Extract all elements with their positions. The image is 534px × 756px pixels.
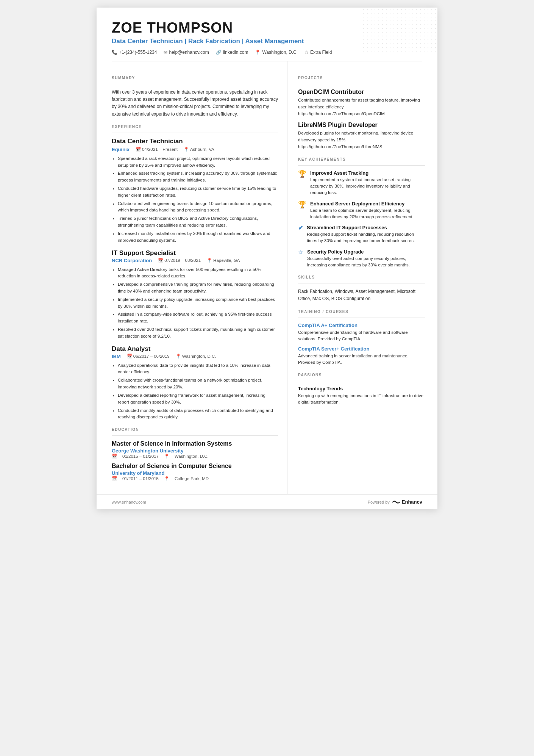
trophy-icon-2: 🏆 — [298, 201, 306, 208]
edu-2-date: 01/2011 – 01/2015 — [122, 476, 159, 481]
location-icon-edu1: 📍 — [164, 454, 169, 459]
passion-1-title: Technology Trends — [298, 386, 425, 391]
project-1-title: OpenDCIM Contributor — [298, 89, 425, 95]
project-1-desc: Contributed enhancements for asset taggi… — [298, 97, 425, 117]
trophy-icon-1: 🏆 — [298, 171, 306, 177]
star-icon: ☆ — [298, 249, 303, 255]
calendar-icon-3: 📅 — [127, 354, 132, 359]
education-divider — [112, 435, 278, 436]
edu-1-location: Washington, D.C. — [175, 454, 209, 459]
summary-text: With over 3 years of experience in data … — [112, 89, 278, 118]
location-icon-3: 📍 — [176, 354, 181, 359]
job-3-title: Data Analyst — [112, 345, 278, 353]
job-3-location: 📍 Washington, D.C. — [176, 354, 216, 359]
training-1-desc: Comprehensive understanding of hardware … — [298, 329, 425, 343]
achievement-2: 🏆 Enhanced Server Deployment Efficiency … — [298, 201, 425, 221]
passions-section-title: PASSIONS — [298, 373, 425, 377]
job-1-title: Data Center Technician — [112, 138, 183, 145]
projects-section-title: PROJECTS — [298, 76, 425, 80]
projects-divider — [298, 84, 425, 84]
achievement-2-content: Enhanced Server Deployment Efficiency Le… — [310, 201, 425, 221]
job-1-location: 📍 Ashburn, VA — [184, 147, 214, 152]
edu-1-meta: 📅 01/2015 – 01/2017 📍 Washington, D.C. — [112, 454, 278, 459]
summary-section-title: SUMMARY — [112, 76, 278, 80]
edu-2-school: University of Maryland — [112, 470, 278, 476]
calendar-icon-edu2: 📅 — [112, 476, 117, 481]
skills-text: Rack Fabrication, Windows, Asset Managem… — [298, 288, 425, 302]
education-section-title: EDUCATION — [112, 427, 278, 432]
achievement-1-content: Improved Asset Tracking Implemented a sy… — [310, 170, 425, 196]
brand-name: Enhancv — [402, 499, 422, 505]
phone-icon: 📞 — [112, 50, 117, 55]
list-item: Implemented a security policy upgrade, i… — [118, 296, 278, 310]
achievement-3-title: Streamlined IT Support Processes — [307, 225, 425, 230]
list-item: Increased monthly installation rates by … — [118, 230, 278, 244]
enhancv-logo: Enhancv — [392, 499, 422, 505]
training-2-title: CompTIA Server+ Certification — [298, 346, 425, 352]
list-item: Collaborated with engineering teams to d… — [118, 200, 278, 214]
skills-section-title: SKILLS — [298, 275, 425, 279]
job-3-date: 📅 06/2017 – 06/2019 — [127, 354, 170, 359]
list-item: Trained 5 junior technicians on BIOS and… — [118, 215, 278, 229]
job-1: Data Center Technician Equinix 📅 04/2021… — [112, 138, 278, 244]
calendar-icon-1: 📅 — [136, 147, 141, 152]
extra-field-contact: ☆ Extra Field — [304, 50, 332, 55]
summary-divider — [112, 84, 278, 84]
linkedin-icon: 🔗 — [216, 50, 222, 55]
achievements-section-title: KEY ACHIEVEMENTS — [298, 157, 425, 161]
list-item: Conducted monthly audits of data process… — [118, 407, 278, 421]
achievement-3-content: Streamlined IT Support Processes Redesig… — [307, 225, 425, 244]
extra-field-text: Extra Field — [310, 50, 332, 55]
training-section-title: TRAINING / COURSES — [298, 310, 425, 314]
list-item: Enhanced asset tracking systems, increas… — [118, 170, 278, 184]
edu-2-degree: Bachelor of Science in Computer Science — [112, 463, 278, 470]
achievement-1: 🏆 Improved Asset Tracking Implemented a … — [298, 170, 425, 196]
passion-1-desc: Keeping up with emerging innovations in … — [298, 393, 425, 406]
extra-icon: ☆ — [304, 50, 309, 55]
passions-divider — [298, 381, 425, 381]
resume-header: ZOE THOMPSON Data Center Technician | Ra… — [97, 8, 437, 61]
training-1-title: CompTIA A+ Certification — [298, 322, 425, 328]
calendar-icon-2: 📅 — [158, 258, 163, 263]
contact-line: 📞 +1-(234)-555-1234 ✉ help@enhancv.com 🔗… — [112, 50, 422, 55]
job-3-bullets: Analyzed operational data to provide ins… — [112, 362, 278, 421]
location-text: Washington, D.C. — [262, 50, 298, 55]
achievement-3: ✔ Streamlined IT Support Processes Redes… — [298, 225, 425, 244]
resume-container: ZOE THOMPSON Data Center Technician | Ra… — [97, 8, 437, 509]
linkedin-contact: 🔗 linkedin.com — [216, 50, 248, 55]
footer-powered-by: Powered by Enhancv — [368, 499, 422, 505]
list-item: Collaborated with cross-functional teams… — [118, 377, 278, 391]
achievements-divider — [298, 165, 425, 166]
list-item: Managed Active Directory tasks for over … — [118, 266, 278, 280]
left-column: SUMMARY With over 3 years of experience … — [97, 61, 287, 494]
linkedin-url: linkedin.com — [223, 50, 248, 55]
job-2-bullets: Managed Active Directory tasks for over … — [112, 266, 278, 340]
job-2-meta: NCR Corporation 📅 07/2019 – 03/2021 📍 Ha… — [112, 258, 278, 263]
edu-1-school: George Washington University — [112, 448, 278, 454]
job-1-bullets: Spearheaded a rack elevation project, op… — [112, 155, 278, 244]
project-2-desc: Developed plugins for network monitoring… — [298, 130, 425, 150]
check-icon: ✔ — [298, 225, 303, 231]
phone-contact: 📞 +1-(234)-555-1234 — [112, 50, 157, 55]
training-divider — [298, 318, 425, 318]
job-3: Data Analyst IBM 📅 06/2017 – 06/2019 📍 W… — [112, 345, 278, 421]
right-column: PROJECTS OpenDCIM Contributor Contribute… — [287, 61, 437, 494]
edu-2-location: College Park, MD — [175, 476, 209, 481]
achievement-1-desc: Implemented a system that increased asse… — [310, 177, 425, 196]
job-3-meta: IBM 📅 06/2017 – 06/2019 📍 Washington, D.… — [112, 354, 278, 359]
job-3-company: IBM — [112, 354, 121, 359]
achievement-2-title: Enhanced Server Deployment Efficiency — [310, 201, 425, 207]
edu-1-degree: Master of Science in Information Systems — [112, 440, 278, 447]
experience-section-title: EXPERIENCE — [112, 125, 278, 129]
job-1-header: Data Center Technician — [112, 138, 278, 146]
job-1-meta: Equinix 📅 04/2021 – Present 📍 Ashburn, V… — [112, 147, 278, 152]
project-2-title: LibreNMS Plugin Developer — [298, 122, 425, 128]
enhancv-logo-svg — [392, 499, 400, 505]
job-1-company: Equinix — [112, 147, 130, 152]
achievement-4-desc: Successfully overhauled company security… — [307, 255, 425, 269]
list-item: Resolved over 200 technical support tick… — [118, 326, 278, 340]
achievement-4-content: Security Policy Upgrade Successfully ove… — [307, 249, 425, 269]
list-item: Analyzed operational data to provide ins… — [118, 362, 278, 376]
job-2-title: IT Support Specialist — [112, 249, 278, 257]
location-icon-2: 📍 — [207, 258, 212, 263]
